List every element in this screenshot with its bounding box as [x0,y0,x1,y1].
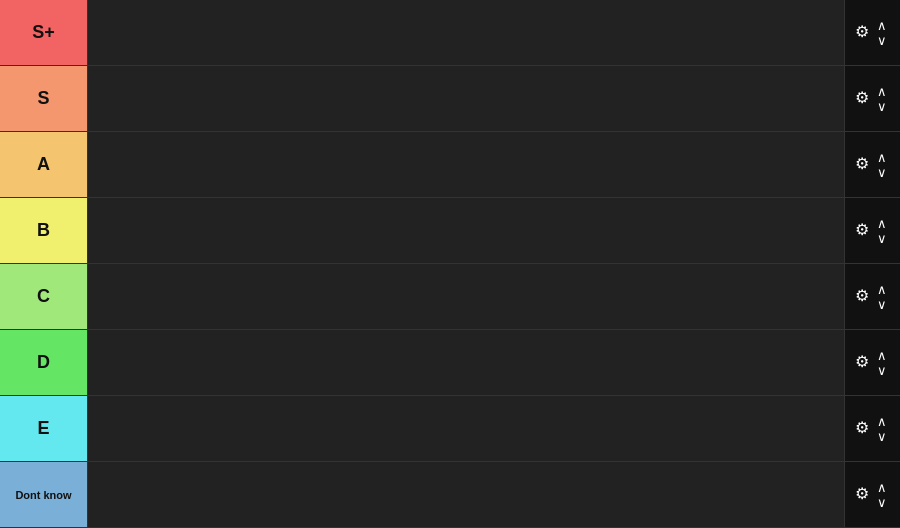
chevron-up-icon [877,348,887,363]
gear-icon-d[interactable]: ⚙ [855,352,869,371]
chevrons-d [873,348,891,378]
move-up-button-s[interactable] [873,84,891,99]
tier-label-b: B [0,198,88,263]
tier-controls-splus: ⚙ [845,0,900,65]
move-up-button-c[interactable] [873,282,891,297]
tier-controls-e: ⚙ [845,396,900,461]
tier-row-b: B⚙ [0,198,900,264]
chevrons-c [873,282,891,312]
gear-icon-dontknow[interactable]: ⚙ [855,484,869,503]
chevron-up-icon [877,414,887,429]
tier-label-a: A [0,132,88,197]
controls-inner-b: ⚙ [855,216,891,246]
chevron-down-icon [877,165,887,180]
chevrons-a [873,150,891,180]
move-up-button-dontknow[interactable] [873,480,891,495]
chevron-down-icon [877,297,887,312]
gear-icon-splus[interactable]: ⚙ [855,22,869,41]
controls-inner-d: ⚙ [855,348,891,378]
chevron-down-icon [877,363,887,378]
chevrons-dontknow [873,480,891,510]
tier-controls-a: ⚙ [845,132,900,197]
tier-content-b[interactable] [88,198,845,263]
move-up-button-b[interactable] [873,216,891,231]
tier-controls-b: ⚙ [845,198,900,263]
tier-label-splus: S+ [0,0,88,65]
tier-list: S+⚙S⚙A⚙B⚙C⚙D⚙E⚙Dont know⚙ [0,0,900,528]
controls-inner-splus: ⚙ [855,18,891,48]
tier-row-splus: S+⚙ [0,0,900,66]
chevron-down-icon [877,429,887,444]
tier-content-dontknow[interactable] [88,462,845,527]
tier-content-s[interactable] [88,66,845,131]
move-down-button-d[interactable] [873,363,891,378]
chevron-up-icon [877,216,887,231]
move-down-button-a[interactable] [873,165,891,180]
tier-row-e: E⚙ [0,396,900,462]
chevrons-splus [873,18,891,48]
gear-icon-b[interactable]: ⚙ [855,220,869,239]
chevrons-b [873,216,891,246]
controls-inner-dontknow: ⚙ [855,480,891,510]
chevron-down-icon [877,231,887,246]
chevrons-e [873,414,891,444]
chevron-down-icon [877,99,887,114]
move-down-button-b[interactable] [873,231,891,246]
controls-inner-s: ⚙ [855,84,891,114]
tier-row-a: A⚙ [0,132,900,198]
move-down-button-e[interactable] [873,429,891,444]
tier-content-e[interactable] [88,396,845,461]
tier-label-dontknow: Dont know [0,462,88,527]
move-down-button-s[interactable] [873,99,891,114]
tier-row-c: C⚙ [0,264,900,330]
move-up-button-splus[interactable] [873,18,891,33]
gear-icon-s[interactable]: ⚙ [855,88,869,107]
move-down-button-splus[interactable] [873,33,891,48]
tier-controls-d: ⚙ [845,330,900,395]
controls-inner-e: ⚙ [855,414,891,444]
gear-icon-a[interactable]: ⚙ [855,154,869,173]
chevron-up-icon [877,84,887,99]
move-up-button-d[interactable] [873,348,891,363]
move-up-button-a[interactable] [873,150,891,165]
tier-controls-c: ⚙ [845,264,900,329]
move-down-button-c[interactable] [873,297,891,312]
chevron-up-icon [877,18,887,33]
tier-content-d[interactable] [88,330,845,395]
tier-content-a[interactable] [88,132,845,197]
tier-label-e: E [0,396,88,461]
gear-icon-c[interactable]: ⚙ [855,286,869,305]
tier-row-dontknow: Dont know⚙ [0,462,900,528]
tier-label-c: C [0,264,88,329]
controls-inner-c: ⚙ [855,282,891,312]
tier-controls-dontknow: ⚙ [845,462,900,527]
chevron-down-icon [877,33,887,48]
move-up-button-e[interactable] [873,414,891,429]
tier-controls-s: ⚙ [845,66,900,131]
move-down-button-dontknow[interactable] [873,495,891,510]
tier-label-d: D [0,330,88,395]
tier-content-c[interactable] [88,264,845,329]
chevron-up-icon [877,282,887,297]
tier-row-d: D⚙ [0,330,900,396]
chevron-up-icon [877,150,887,165]
chevrons-s [873,84,891,114]
gear-icon-e[interactable]: ⚙ [855,418,869,437]
chevron-down-icon [877,495,887,510]
chevron-up-icon [877,480,887,495]
tier-content-splus[interactable] [88,0,845,65]
controls-inner-a: ⚙ [855,150,891,180]
tier-row-s: S⚙ [0,66,900,132]
tier-label-s: S [0,66,88,131]
